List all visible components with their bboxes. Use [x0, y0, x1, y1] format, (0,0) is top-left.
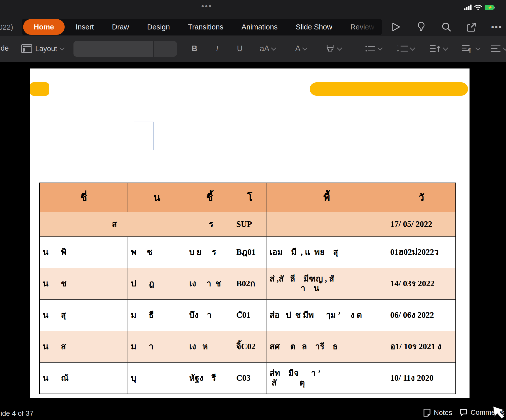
- blue-corner-bracket-shape: [134, 122, 154, 150]
- table-cell[interactable]: บ ย ร: [186, 237, 233, 268]
- font-size-input[interactable]: [154, 41, 177, 57]
- numbered-list-button[interactable]: 1 2: [392, 40, 419, 57]
- notes-button[interactable]: Notes: [423, 408, 452, 417]
- align-left-icon: [491, 45, 501, 52]
- tab-design[interactable]: Design: [138, 19, 179, 35]
- table-cell[interactable]: ส: [40, 212, 186, 237]
- text-case-button[interactable]: aA: [256, 40, 280, 57]
- table-cell[interactable]: หัฐง รี: [186, 363, 233, 394]
- search-icon[interactable]: [441, 21, 452, 32]
- table-cell[interactable]: ม ธี: [128, 300, 186, 331]
- align-button[interactable]: [490, 40, 506, 57]
- font-name-input[interactable]: [73, 41, 153, 57]
- table-cell[interactable]: น ส: [40, 331, 128, 363]
- top-action-buttons: •••: [391, 19, 502, 35]
- table-cell[interactable]: SUP: [233, 212, 266, 237]
- notes-icon: [423, 408, 431, 417]
- table-header-cell[interactable]: โ: [233, 183, 266, 212]
- table-header-cell[interactable]: ชี้: [186, 183, 233, 212]
- table-cell[interactable]: B02ก: [233, 268, 266, 300]
- svg-text:¶: ¶: [468, 47, 471, 53]
- font-color-button[interactable]: A: [289, 40, 313, 57]
- tab-slide-show[interactable]: Slide Show: [287, 19, 341, 35]
- table-cell[interactable]: Cั01: [233, 300, 266, 331]
- tab-draw[interactable]: Draw: [103, 19, 138, 35]
- table-header-cell[interactable]: พื้: [266, 183, 387, 212]
- table-cell[interactable]: ป ฎ: [128, 268, 186, 300]
- paragraph-icon: ¶: [462, 44, 474, 53]
- table-cell[interactable]: น ณั: [40, 363, 128, 394]
- tab-list: HomeInsertDrawDesignTransitionsAnimation…: [22, 19, 382, 35]
- lightbulb-icon[interactable]: [416, 21, 427, 32]
- editor-canvas: ชี่นชี้โพื้วัสรSUP17/ 05/ 2022น พิพ ชบ ย…: [0, 62, 506, 407]
- layout-button[interactable]: Layout: [21, 40, 64, 57]
- system-status-icons: ⚡: [464, 3, 495, 10]
- table-cell[interactable]: น พิ: [40, 237, 128, 268]
- table-cell[interactable]: ส่อ ป ช มีพ ๅม ’ ง ต: [266, 300, 387, 331]
- window-handle-dots[interactable]: •••: [197, 2, 217, 11]
- table-row: น ชป ฎเง า ชB02กส่ ,สั ลี มีฑญ , สั า น1…: [40, 268, 456, 300]
- table-cell[interactable]: สศ ต ล ารี ธ: [266, 331, 387, 363]
- table-cell[interactable]: เง ห: [186, 331, 233, 363]
- chevron-down-icon: [410, 45, 415, 50]
- table-cell[interactable]: พ ช: [128, 237, 186, 268]
- yellow-rounded-square-shape[interactable]: [30, 82, 49, 96]
- chevron-down-icon: [502, 45, 506, 50]
- table-cell[interactable]: บุ: [128, 363, 186, 394]
- table-cell[interactable]: [266, 212, 387, 237]
- table-cell[interactable]: ม า: [128, 331, 186, 363]
- ribbon-tab-strip: HomeInsertDrawDesignTransitionsAnimation…: [22, 19, 382, 35]
- yellow-rounded-bar-shape[interactable]: [310, 82, 468, 96]
- table-row: น สุม ธีบึง าCั01ส่อ ป ช มีพ ๅม ’ ง ต06/…: [40, 300, 456, 331]
- slide-table[interactable]: ชี่นชี้โพื้วัสรSUP17/ 05/ 2022น พิพ ชบ ย…: [39, 183, 456, 394]
- svg-text:2: 2: [397, 49, 399, 53]
- battery-charging-icon: ⚡: [485, 5, 495, 10]
- table-cell[interactable]: C03: [233, 363, 266, 394]
- underline-button[interactable]: U: [233, 40, 246, 57]
- chevron-down-icon: [475, 45, 480, 50]
- notes-label: Notes: [434, 409, 452, 417]
- wifi-icon: [474, 5, 482, 10]
- bold-button[interactable]: B: [188, 40, 201, 57]
- share-icon[interactable]: [466, 21, 477, 32]
- paragraph-direction-button[interactable]: ¶: [457, 40, 485, 57]
- table-cell[interactable]: อ1/ 10ร 2021 ง: [387, 331, 456, 363]
- tab-transitions[interactable]: Transitions: [179, 19, 232, 35]
- table-cell[interactable]: 01ฮ02ม่2022ว: [387, 237, 456, 268]
- slide[interactable]: ชี่นชี้โพื้วัสรSUP17/ 05/ 2022น พิพ ชบ ย…: [30, 68, 470, 398]
- tab-insert[interactable]: Insert: [67, 19, 103, 35]
- table-cell[interactable]: 10/ 11ง 2020: [387, 363, 456, 394]
- table-cell[interactable]: 14/ 03ร 2022: [387, 268, 456, 300]
- tab-animations[interactable]: Animations: [232, 19, 287, 35]
- table-cell[interactable]: บึง า: [186, 300, 233, 331]
- table-cell[interactable]: จิ้C02: [233, 331, 266, 363]
- table-cell[interactable]: เอม มี , แ พย สุ: [266, 237, 387, 268]
- table-cell[interactable]: น ช: [40, 268, 128, 300]
- play-icon[interactable]: [391, 21, 402, 32]
- toolbar-divider: [352, 42, 352, 56]
- table-cell[interactable]: 17/ 05/ 2022: [387, 212, 456, 237]
- table-cell[interactable]: น สุ: [40, 300, 128, 331]
- table-cell[interactable]: Bฎ01: [233, 237, 266, 268]
- slide-button-truncated[interactable]: ide: [0, 44, 9, 52]
- slide-counter: lide 4 of 37: [0, 409, 33, 417]
- bullet-list-button[interactable]: [360, 40, 387, 57]
- line-spacing-button[interactable]: [425, 40, 452, 57]
- table-cell[interactable]: ส่ท มีจ า ’ สั ตุ: [266, 363, 387, 394]
- tab-home[interactable]: Home: [23, 19, 65, 35]
- table-cell[interactable]: ร: [186, 212, 233, 237]
- italic-button[interactable]: I: [211, 40, 223, 57]
- table-cell[interactable]: ส่ ,สั ลี มีฑญ , สั า น: [266, 268, 387, 300]
- table-header-cell[interactable]: วั: [387, 183, 456, 212]
- chevron-down-icon: [377, 45, 382, 50]
- table-header-cell[interactable]: น: [128, 183, 186, 212]
- bullet-list-icon: [365, 44, 376, 53]
- table-cell[interactable]: 06/ 06ง 2022: [387, 300, 456, 331]
- table-row: น สม าเง หจิ้C02สศ ต ล ารี ธอ1/ 10ร 2021…: [40, 331, 456, 363]
- highlight-button[interactable]: [320, 40, 346, 57]
- tab-review[interactable]: Review: [341, 19, 382, 35]
- more-icon[interactable]: •••: [491, 21, 502, 32]
- table-row: สรSUP17/ 05/ 2022: [40, 212, 456, 237]
- table-cell[interactable]: เง า ช: [186, 268, 233, 300]
- table-header-cell[interactable]: ชี่: [40, 183, 128, 212]
